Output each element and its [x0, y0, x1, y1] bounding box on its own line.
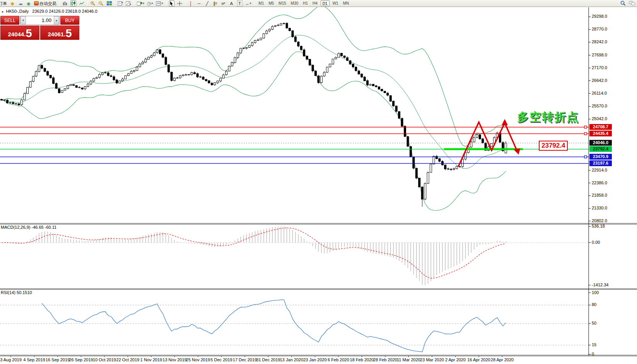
volume-control: ▼ 1.00 ▲ — [20, 16, 60, 25]
price-level-badge: 23470.9 — [589, 154, 612, 160]
fibonacci-icon[interactable]: ≡F — [221, 0, 226, 7]
main-toolbar: 订单 ◆ ☁ ◉ 自动交易 ▾ ◷▾ ▾ │ ─ ╱ ∥E ≡F A T →▾ … — [0, 0, 637, 7]
line-handle[interactable] — [584, 126, 587, 128]
profiles-icon[interactable] — [126, 0, 131, 7]
caret-icon: ▾ — [162, 0, 163, 7]
buy-button[interactable]: BUY — [60, 16, 79, 25]
date-label: 5 Dec 2019 — [210, 357, 232, 362]
bar-chart-icon[interactable] — [62, 0, 68, 7]
indicators-add-icon[interactable]: ▾ — [137, 0, 144, 7]
fibo-sub-label: F — [224, 0, 225, 7]
price-tick-label: 26642.0 — [592, 78, 607, 83]
caret-icon: ▾ — [152, 0, 153, 7]
date-label: 16 Sep 2019 — [46, 357, 70, 362]
date-label: 28 Apr 2020 — [491, 357, 514, 362]
date-label: 13 Nov 2019 — [162, 357, 186, 362]
tab-timeframe-m30[interactable]: M30 — [289, 0, 300, 6]
rsi-label: RSI(14) 50.1510 — [1, 290, 32, 295]
tile-windows-icon[interactable] — [106, 0, 112, 7]
buy-price-main: 24061. — [48, 30, 65, 39]
tab-timeframe-d1[interactable]: D1 — [321, 0, 330, 6]
rsi-tick-label: 80 — [592, 302, 596, 307]
meta-editor-icon[interactable]: ◆ — [10, 0, 15, 7]
zoom-out-icon[interactable] — [98, 0, 104, 7]
toolbar-separator — [87, 1, 87, 6]
sell-price-button[interactable]: 24044.5 — [0, 26, 39, 40]
text-tool-icon[interactable]: A — [229, 0, 234, 7]
macd-tick-label: 536.18 — [592, 224, 605, 228]
price-tick-label: 27698.0 — [592, 53, 607, 57]
date-label: 26 Sep 2019 — [69, 357, 93, 362]
collapse-triangle-icon[interactable]: ▸ — [2, 10, 4, 14]
signals-icon[interactable]: ◉ — [26, 0, 31, 7]
price-level-badge: 23792.4 — [589, 146, 612, 152]
date-label: 1 Nov 2019 — [140, 357, 162, 362]
channel-icon[interactable]: ∥E — [213, 0, 218, 7]
date-label: 31 Dec 2019 — [256, 357, 280, 362]
toolbar-separator — [185, 1, 186, 6]
chart-canvas[interactable] — [0, 0, 637, 364]
templates-icon[interactable]: ▾ — [156, 0, 163, 7]
new-order-button[interactable]: 订单 — [0, 0, 7, 7]
trendline-icon[interactable]: ╱ — [205, 0, 210, 7]
new-chart-icon[interactable] — [118, 0, 123, 7]
periods-icon[interactable]: ◷▾ — [147, 0, 153, 7]
tab-timeframe-m5[interactable]: M5 — [267, 0, 275, 6]
community-icon[interactable]: ☁ — [18, 0, 23, 7]
level-price-label[interactable]: 23792.4 — [539, 141, 568, 151]
price-level-badge: 24435.4 — [589, 131, 612, 136]
one-click-trade-panel: SELL ▼ 1.00 ▲ BUY 24044.5 24061.5 — [0, 16, 79, 40]
toolbar-separator — [254, 1, 254, 6]
rsi-tick-label: 100 — [592, 290, 599, 295]
date-label: 17 Dec 2019 — [233, 357, 257, 362]
tab-timeframe-w1[interactable]: W1 — [331, 0, 340, 6]
line-handle[interactable] — [584, 133, 587, 135]
volume-down-button[interactable]: ▼ — [20, 16, 26, 24]
tab-timeframe-m15[interactable]: M15 — [277, 0, 287, 6]
price-tick-label: 22386.0 — [592, 180, 607, 185]
chart-title: ▸ HK50-,Daily 23629.0 24126.0 23618.0 24… — [2, 9, 97, 14]
volume-input[interactable]: 1.00 — [26, 16, 54, 24]
tab-timeframe-m1[interactable]: M1 — [257, 0, 266, 6]
crosshair-icon[interactable] — [177, 0, 183, 7]
turning-point-annotation[interactable]: 多空转折点 — [517, 109, 579, 125]
sell-button[interactable]: SELL — [0, 16, 19, 25]
toolbar-separator — [59, 1, 60, 6]
volume-up-button[interactable]: ▲ — [54, 16, 59, 24]
zoom-in-icon[interactable] — [90, 0, 96, 7]
price-tick-label: 25042.0 — [592, 116, 607, 121]
date-label: 11 Mar 2020 — [397, 357, 420, 362]
rsi-tick-label: 15 — [592, 342, 596, 347]
tab-timeframe-h1[interactable]: H1 — [301, 0, 309, 6]
symbol-name: HK50-,Daily — [6, 9, 29, 14]
date-label: 6 Feb 2020 — [328, 357, 349, 362]
candlestick-chart-icon[interactable] — [70, 0, 76, 7]
ohlc-values: 23629.0 24126.0 23618.0 24046.0 — [32, 9, 97, 14]
tab-timeframe-h4[interactable]: H4 — [311, 0, 319, 6]
vertical-line-icon[interactable]: │ — [188, 0, 194, 7]
horizontal-line-icon[interactable]: ─ — [196, 0, 202, 7]
line-chart-icon[interactable] — [79, 0, 84, 7]
chat-icon[interactable] — [629, 0, 635, 7]
price-level-badge: 24708.7 — [589, 124, 612, 130]
tab-timeframe-mn[interactable]: MN — [342, 0, 351, 6]
date-label: 13 Jan 2020 — [280, 357, 304, 362]
date-label: 25 Nov 2019 — [186, 357, 210, 362]
caret-icon: ▾ — [250, 0, 251, 7]
buy-price-button[interactable]: 24061.5 — [40, 26, 79, 40]
date-label: 22 Oct 2019 — [116, 357, 140, 362]
sell-price-main: 24044. — [8, 30, 26, 39]
autotrading-icon — [34, 1, 39, 5]
cursor-icon[interactable] — [169, 0, 174, 7]
price-tick-label: 25570.0 — [592, 104, 607, 108]
autotrading-button[interactable]: 自动交易 — [34, 0, 56, 7]
toolbar-separator — [114, 1, 115, 6]
line-handle[interactable] — [584, 156, 587, 158]
rsi-tick-label: 50 — [592, 321, 596, 325]
price-tick-label: 21858.0 — [592, 193, 607, 197]
search-icon[interactable] — [620, 0, 626, 7]
price-level-badge: 24046.0 — [589, 140, 612, 146]
channel-sub-label: E — [215, 0, 217, 7]
arrows-tool-icon[interactable]: →▾ — [245, 0, 251, 7]
label-tool-icon[interactable]: T — [237, 0, 243, 7]
